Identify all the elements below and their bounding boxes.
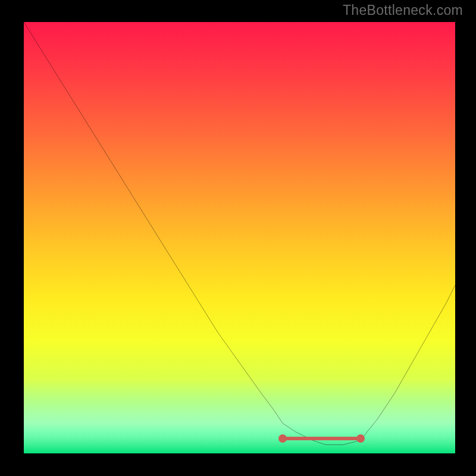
plot-area xyxy=(24,22,455,453)
tolerance-band-dot-left xyxy=(278,434,287,443)
curve-svg xyxy=(24,22,455,453)
curve-path xyxy=(24,22,455,445)
tolerance-band-dot-right xyxy=(356,434,365,443)
watermark-text: TheBottleneck.com xyxy=(343,2,463,18)
tolerance-band-line xyxy=(283,437,361,440)
chart-frame: TheBottleneck.com xyxy=(0,0,476,476)
